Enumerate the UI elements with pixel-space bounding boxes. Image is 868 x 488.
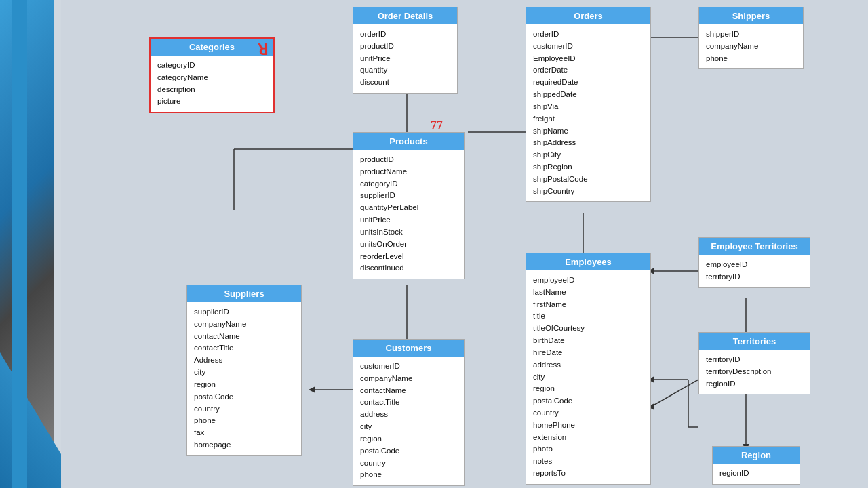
field: categoryID bbox=[360, 178, 457, 190]
field: reportsTo bbox=[533, 468, 644, 480]
annotation-b: ꓤ bbox=[258, 41, 268, 59]
field: lastName bbox=[533, 287, 644, 299]
entity-employee-territories: Employee Territories employeeID territor… bbox=[698, 237, 810, 288]
field: supplierID bbox=[194, 306, 294, 319]
order-details-body: orderID productID unitPrice quantity dis… bbox=[353, 24, 457, 93]
svg-marker-18 bbox=[309, 386, 315, 393]
customers-body: customerID companyName contactName conta… bbox=[353, 357, 464, 485]
field: phone bbox=[360, 469, 457, 481]
field: orderDate bbox=[533, 64, 644, 77]
field: city bbox=[533, 371, 644, 384]
field: birthDate bbox=[533, 335, 644, 347]
field: shipPostalCode bbox=[533, 174, 644, 186]
field: quantity bbox=[360, 64, 450, 77]
entity-territories: Territories territoryID territoryDescrip… bbox=[698, 332, 810, 394]
field: freight bbox=[533, 113, 644, 125]
field: shipName bbox=[533, 125, 644, 138]
suppliers-header: Suppliers bbox=[187, 285, 301, 302]
diagram-canvas: ꓤ Categories categoryID categoryName des… bbox=[61, 0, 868, 488]
field: supplierID bbox=[360, 190, 457, 202]
categories-body: categoryID categoryName description pict… bbox=[151, 56, 273, 112]
field: shipVia bbox=[533, 101, 644, 113]
shippers-header: Shippers bbox=[699, 7, 803, 24]
bg-stripe bbox=[12, 0, 27, 488]
field: EmployeeID bbox=[533, 53, 644, 65]
entity-orders: Orders orderID customerID EmployeeID ord… bbox=[526, 7, 651, 202]
shippers-body: shipperID companyName phone bbox=[699, 24, 803, 68]
field: hireDate bbox=[533, 347, 644, 359]
territories-body: territoryID territoryDescription regionI… bbox=[699, 350, 810, 394]
orders-body: orderID customerID EmployeeID orderDate … bbox=[526, 24, 650, 201]
field: unitPrice bbox=[360, 214, 457, 226]
field: photo bbox=[533, 443, 644, 455]
annotation-77: 77 bbox=[431, 119, 443, 133]
field: companyName bbox=[194, 319, 294, 331]
field: Address bbox=[194, 354, 294, 367]
employee-territories-body: employeeID territoryID bbox=[699, 255, 810, 287]
field: unitPrice bbox=[360, 53, 450, 65]
field: fax bbox=[194, 427, 294, 439]
field: title bbox=[533, 310, 644, 323]
field: picture bbox=[157, 96, 267, 108]
field: notes bbox=[533, 455, 644, 468]
field: companyName bbox=[706, 41, 796, 53]
field: customerID bbox=[360, 361, 457, 373]
region-body: regionID bbox=[713, 464, 800, 484]
field: country bbox=[533, 407, 644, 420]
field: shipCountry bbox=[533, 186, 644, 198]
field: discontinued bbox=[360, 262, 457, 274]
field: homepage bbox=[194, 439, 294, 451]
field: description bbox=[157, 84, 267, 96]
entity-customers: Customers customerID companyName contact… bbox=[353, 339, 465, 486]
field: titleOfCourtesy bbox=[533, 323, 644, 335]
field: phone bbox=[706, 53, 796, 65]
order-details-header: Order Details bbox=[353, 7, 457, 24]
suppliers-body: supplierID companyName contactName conta… bbox=[187, 302, 301, 455]
customers-header: Customers bbox=[353, 340, 464, 357]
employee-territories-header: Employee Territories bbox=[699, 238, 810, 255]
field: region bbox=[533, 383, 644, 395]
field: phone bbox=[194, 415, 294, 427]
field: categoryID bbox=[157, 60, 267, 72]
field: shipperID bbox=[706, 28, 796, 41]
field: shipAddress bbox=[533, 137, 644, 149]
field: orderID bbox=[533, 28, 644, 41]
employees-header: Employees bbox=[526, 253, 650, 270]
field: address bbox=[533, 359, 644, 371]
field: regionID bbox=[719, 468, 793, 480]
svg-line-21 bbox=[651, 380, 698, 407]
field: requiredDate bbox=[533, 77, 644, 89]
field: orderID bbox=[360, 28, 450, 41]
field: employeeID bbox=[706, 259, 803, 271]
region-header: Region bbox=[713, 447, 800, 464]
field: employeeID bbox=[533, 274, 644, 287]
field: territoryDescription bbox=[706, 366, 803, 378]
entity-order-details: Order Details orderID productID unitPric… bbox=[353, 7, 458, 94]
field: extension bbox=[533, 432, 644, 444]
field: contactTitle bbox=[194, 342, 294, 354]
field: address bbox=[360, 409, 457, 421]
field: companyName bbox=[360, 373, 457, 385]
entity-categories: ꓤ Categories categoryID categoryName des… bbox=[149, 37, 275, 113]
field: territoryID bbox=[706, 271, 803, 283]
field: contactTitle bbox=[360, 396, 457, 409]
field: discount bbox=[360, 77, 450, 89]
field: postalCode bbox=[360, 445, 457, 458]
categories-header: Categories bbox=[151, 39, 273, 56]
field: categoryName bbox=[157, 72, 267, 84]
field: contactName bbox=[194, 331, 294, 343]
field: territoryID bbox=[706, 354, 803, 366]
field: shipRegion bbox=[533, 161, 644, 174]
field: postalCode bbox=[194, 391, 294, 403]
products-header: Products bbox=[353, 133, 464, 150]
field: quantityPerLabel bbox=[360, 202, 457, 214]
orders-header: Orders bbox=[526, 7, 650, 24]
field: productID bbox=[360, 41, 450, 53]
field: contactName bbox=[360, 385, 457, 397]
field: customerID bbox=[533, 41, 644, 53]
field: region bbox=[194, 379, 294, 391]
field: productID bbox=[360, 154, 457, 166]
employees-body: employeeID lastName firstName title titl… bbox=[526, 270, 650, 484]
entity-employees: Employees employeeID lastName firstName … bbox=[526, 253, 651, 485]
field: homePhone bbox=[533, 420, 644, 432]
